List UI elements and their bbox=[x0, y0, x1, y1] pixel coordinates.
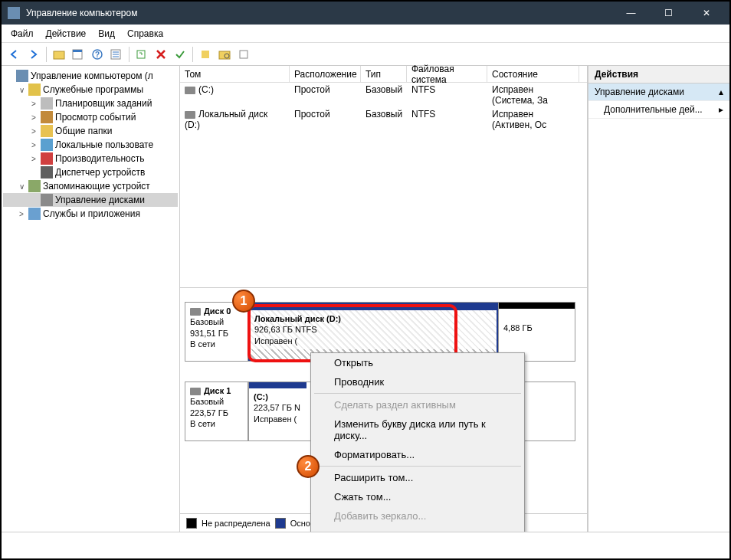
actions-disk-mgmt[interactable]: Управление дисками ▴ bbox=[588, 84, 729, 101]
tree-item[interactable]: ∨Запоминающие устройст bbox=[3, 179, 178, 193]
column-header[interactable]: Том bbox=[180, 66, 290, 82]
tool-check-icon[interactable] bbox=[172, 46, 188, 63]
tree-item[interactable]: >Производительность bbox=[3, 152, 178, 165]
disk1-info[interactable]: Диск 1 Базовый 223,57 ГБ В сети bbox=[185, 382, 248, 440]
tree-item[interactable]: Управление дисками bbox=[3, 193, 178, 207]
volume-cell: (C:) bbox=[180, 84, 290, 106]
svg-rect-0 bbox=[54, 51, 64, 59]
nav-tree[interactable]: Управление компьютером (л∨Служебные прог… bbox=[2, 66, 180, 532]
menu-file[interactable]: Файл bbox=[5, 27, 40, 41]
tree-item[interactable]: Диспетчер устройств bbox=[3, 165, 178, 179]
volume-cell: NTFS bbox=[407, 84, 487, 106]
tree-item[interactable]: >Локальные пользовате bbox=[3, 138, 178, 152]
context-menu-item[interactable]: Проводник bbox=[311, 372, 524, 391]
tree-toggle-icon[interactable]: > bbox=[17, 210, 26, 218]
context-menu: ОткрытьПроводникСделать раздел активнымИ… bbox=[310, 352, 525, 532]
context-menu-item[interactable]: Расширить том... bbox=[311, 468, 524, 487]
tree-node-icon bbox=[28, 84, 41, 96]
menu-view[interactable]: Вид bbox=[92, 27, 121, 41]
tree-toggle-icon[interactable]: > bbox=[29, 100, 38, 108]
tree-item[interactable]: >Просмотр событий bbox=[3, 110, 178, 124]
tree-node-icon bbox=[41, 152, 53, 165]
tree-node-icon bbox=[28, 180, 41, 192]
tree-toggle-icon[interactable]: ∨ bbox=[17, 86, 26, 94]
column-header[interactable]: Состояние bbox=[487, 66, 579, 82]
svg-rect-10 bbox=[202, 51, 209, 58]
menu-separator bbox=[314, 466, 521, 467]
tool-list-icon[interactable] bbox=[108, 46, 125, 63]
tool-explore-icon[interactable] bbox=[216, 46, 233, 63]
partition-d-name: Локальный диск (D:) bbox=[254, 314, 341, 323]
volume-cell: Простой bbox=[290, 84, 361, 106]
tree-node-icon bbox=[41, 194, 53, 206]
tree-item[interactable]: >Планировщик заданий bbox=[3, 97, 178, 110]
menu-action[interactable]: Действие bbox=[40, 27, 93, 41]
tree-toggle-icon[interactable]: > bbox=[29, 113, 38, 122]
app-icon bbox=[8, 7, 20, 19]
tree-node-icon bbox=[16, 70, 28, 82]
tool-new-icon[interactable] bbox=[197, 46, 214, 63]
tree-toggle-icon[interactable]: ∨ bbox=[17, 182, 26, 191]
context-menu-item[interactable]: Изменить букву диска или путь к диску... bbox=[311, 414, 524, 445]
menubar: Файл Действие Вид Справка bbox=[2, 25, 729, 43]
context-menu-item[interactable]: Удалить том... bbox=[311, 526, 524, 532]
tool-folder-icon[interactable] bbox=[51, 46, 67, 63]
context-menu-item: Сделать раздел активным bbox=[311, 395, 524, 414]
tree-node-icon bbox=[41, 97, 53, 110]
close-button[interactable]: ✕ bbox=[689, 2, 723, 24]
actions-more[interactable]: Дополнительные дей... ▸ bbox=[588, 101, 729, 119]
drive-icon bbox=[185, 111, 195, 119]
volume-cell: NTFS bbox=[407, 108, 487, 131]
column-header[interactable]: Расположение bbox=[290, 66, 361, 82]
partition-c-name: (C:) bbox=[254, 392, 268, 401]
menu-separator bbox=[314, 393, 521, 394]
tool-refresh-icon[interactable] bbox=[133, 46, 150, 63]
back-button[interactable] bbox=[6, 46, 23, 63]
minimize-button[interactable]: — bbox=[614, 2, 648, 24]
volume-list[interactable]: ТомРасположениеТипФайловая системаСостоя… bbox=[180, 66, 587, 288]
volume-row[interactable]: (C:)ПростойБазовыйNTFSИсправен (Система,… bbox=[180, 83, 587, 107]
tree-toggle-icon[interactable]: > bbox=[29, 127, 38, 136]
tree-node-icon bbox=[41, 125, 53, 137]
tree-item[interactable]: ∨Служебные программы bbox=[3, 83, 178, 97]
tool-settings-icon[interactable] bbox=[235, 46, 252, 63]
volume-row[interactable]: Локальный диск (D:)ПростойБазовыйNTFSИсп… bbox=[180, 107, 587, 132]
unallocated-size: 4,88 ГБ bbox=[503, 323, 533, 332]
disk1-partition-c[interactable]: (C:) 223,57 ГБ N Исправен ( bbox=[248, 382, 306, 440]
collapse-icon: ▴ bbox=[719, 87, 723, 97]
tree-item[interactable]: >Общие папки bbox=[3, 124, 178, 138]
badge-1: 1 bbox=[232, 290, 255, 313]
window-title: Управление компьютером bbox=[26, 8, 614, 18]
menu-help[interactable]: Справка bbox=[121, 27, 169, 41]
disk1-size: 223,57 ГБ bbox=[190, 408, 228, 418]
tree-toggle-icon[interactable]: > bbox=[29, 141, 38, 149]
tree-toggle-icon[interactable]: > bbox=[29, 155, 38, 163]
context-menu-item[interactable]: Сжать том... bbox=[311, 487, 524, 506]
tool-props-icon[interactable] bbox=[70, 46, 87, 63]
disk1-type: Базовый bbox=[190, 397, 224, 406]
center-panel: ТомРасположениеТипФайловая системаСостоя… bbox=[180, 66, 588, 532]
tool-delete-icon[interactable] bbox=[152, 46, 169, 63]
toolbar: ? bbox=[2, 43, 729, 66]
tree-node-icon bbox=[41, 111, 53, 123]
disk0-name: Диск 0 bbox=[204, 306, 231, 316]
tree-node-icon bbox=[28, 208, 41, 220]
column-header[interactable]: Тип bbox=[361, 66, 407, 82]
maximize-button[interactable]: ☐ bbox=[651, 2, 686, 24]
svg-text:?: ? bbox=[95, 51, 100, 59]
partition-d-size: 926,63 ГБ NTFS bbox=[254, 325, 317, 334]
volume-cell: Базовый bbox=[361, 84, 407, 106]
tree-item[interactable]: >Службы и приложения bbox=[3, 207, 178, 221]
tool-help-icon[interactable]: ? bbox=[89, 46, 106, 63]
disk-icon bbox=[190, 308, 201, 316]
forward-button[interactable] bbox=[25, 46, 42, 63]
context-menu-item[interactable]: Открыть bbox=[311, 353, 524, 372]
tree-item[interactable]: Управление компьютером (л bbox=[3, 69, 178, 83]
context-menu-item[interactable]: Форматировать... bbox=[311, 445, 524, 464]
column-header[interactable]: Файловая система bbox=[407, 66, 487, 82]
actions-disk-mgmt-label: Управление дисками bbox=[595, 87, 684, 97]
legend-unalloc-label: Не распределена bbox=[202, 519, 270, 528]
disk0-status: В сети bbox=[190, 339, 215, 349]
actions-more-label: Дополнительные дей... bbox=[595, 104, 703, 115]
volume-cell: Исправен (Активен, Ос bbox=[487, 108, 579, 131]
